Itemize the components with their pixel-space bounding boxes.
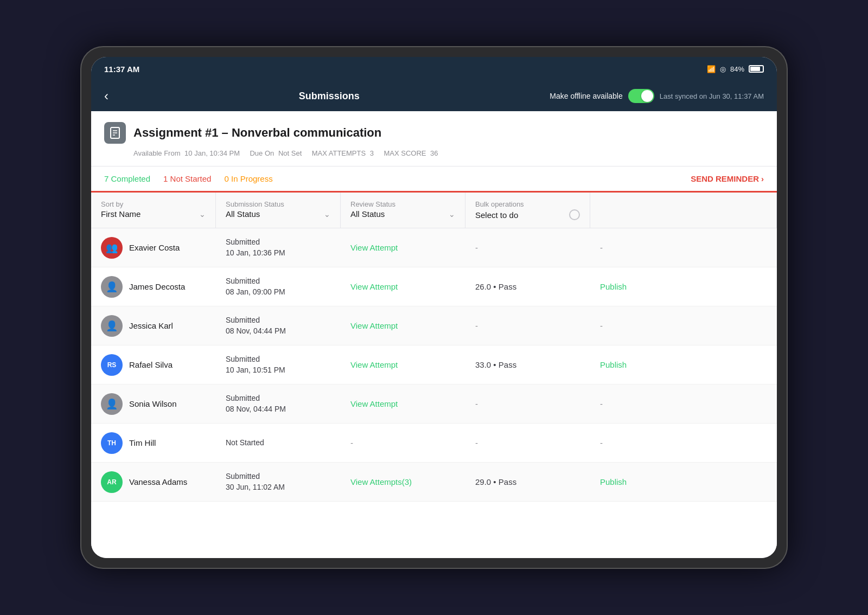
submission-status-value: All Status — [226, 209, 260, 219]
review-status: 33.0 • Pass — [475, 360, 516, 369]
avatar: TH — [101, 432, 123, 454]
empty-filter-cell — [590, 193, 777, 228]
table-row: 👤 Sonia Wilson Submitted 08 Nov, 04:44 P… — [91, 385, 777, 424]
view-attempt-button[interactable]: View Attempt — [350, 321, 398, 330]
publish-button[interactable]: Publish — [600, 477, 627, 486]
student-cell: 👥 Exavier Costa — [91, 229, 216, 266]
assignment-title: Assignment #1 – Nonverbal communication — [133, 126, 381, 140]
publish-cell: Publish — [590, 470, 777, 495]
offline-label: Make offline available — [550, 92, 622, 100]
view-attempt-button[interactable]: View Attempt — [350, 399, 398, 408]
assignment-meta: Available From 10 Jan, 10:34 PM Due On N… — [104, 149, 764, 157]
offline-section: Make offline available Last synced on Ju… — [550, 89, 764, 103]
bulk-ops-filter[interactable]: Bulk operations Select to do — [465, 193, 590, 228]
avatar: 👥 — [101, 237, 123, 259]
nav-title: Submissions — [117, 91, 541, 102]
view-attempt-button[interactable]: View Attempts(3) — [350, 477, 412, 486]
view-attempt-button[interactable]: View Attempt — [350, 243, 398, 252]
student-name: James Decosta — [129, 282, 185, 291]
view-attempt-cell: View Attempts(3) — [341, 470, 465, 495]
offline-toggle[interactable] — [628, 89, 654, 103]
table-row: 👤 Jessica Karl Submitted 08 Nov, 04:44 P… — [91, 306, 777, 345]
bulk-radio-button[interactable] — [569, 209, 580, 220]
table-row: 👥 Exavier Costa Submitted 10 Jan, 10:36 … — [91, 228, 777, 267]
student-name: Tim Hill — [129, 438, 156, 447]
table-row: 👤 James Decosta Submitted 08 Jan, 09:00 … — [91, 267, 777, 306]
student-cell: RS Rafael Silva — [91, 347, 216, 383]
due-on-value: Not Set — [278, 149, 302, 157]
sort-by-label: Sort by — [101, 200, 206, 208]
publish-cell: - — [590, 392, 777, 417]
avatar: 👤 — [101, 393, 123, 415]
send-reminder-button[interactable]: SEND REMINDER › — [691, 174, 764, 183]
student-cell: TH Tim Hill — [91, 425, 216, 462]
review-cell: 26.0 • Pass — [465, 274, 590, 299]
review-status: 29.0 • Pass — [475, 477, 516, 486]
publish-button[interactable]: Publish — [600, 360, 627, 369]
publish-cell: - — [590, 431, 777, 456]
view-attempt-cell: View Attempt — [341, 353, 465, 377]
assignment-icon — [104, 122, 126, 144]
publish-cell: - — [590, 235, 777, 260]
max-score-label: MAX SCORE — [384, 149, 426, 157]
device-frame: 11:37 AM 📶 ◎ 84% ‹ Submissions Make offl… — [81, 47, 787, 568]
due-on-label: Due On — [250, 149, 274, 157]
submission-status: Not Started — [226, 438, 331, 449]
review-status-filter[interactable]: Review Status All Status ⌄ — [341, 193, 465, 228]
table-row: AR Vanessa Adams Submitted 30 Jun, 11:02… — [91, 463, 777, 502]
table-row: TH Tim Hill Not Started - - - — [91, 424, 777, 463]
publish-button[interactable]: Publish — [600, 282, 627, 291]
available-from-label: Available From — [133, 149, 180, 157]
bulk-ops-label: Bulk operations — [475, 200, 580, 208]
sync-label: Last synced on Jun 30, 11:37 AM — [660, 92, 764, 100]
review-dash: - — [475, 438, 478, 447]
review-cell: 29.0 • Pass — [465, 470, 590, 495]
avatar: 👤 — [101, 276, 123, 298]
review-cell: 33.0 • Pass — [465, 353, 590, 377]
submission-status: Submitted 08 Jan, 09:00 PM — [226, 276, 331, 297]
sort-by-value: First Name — [101, 209, 141, 219]
review-status-value: All Status — [350, 209, 385, 219]
submission-cell: Submitted 08 Nov, 04:44 PM — [216, 386, 341, 422]
view-attempt-cell: View Attempt — [341, 235, 465, 260]
publish-cell: Publish — [590, 274, 777, 299]
sort-by-filter[interactable]: Sort by First Name ⌄ — [91, 193, 216, 228]
avatar: AR — [101, 471, 123, 493]
view-attempt-cell: View Attempt — [341, 274, 465, 299]
stats-row: 7 Completed 1 Not Started 0 In Progress … — [91, 166, 777, 193]
student-name: Exavier Costa — [129, 243, 180, 252]
view-attempt-cell: - — [341, 431, 465, 456]
submission-cell: Submitted 30 Jun, 11:02 AM — [216, 464, 341, 500]
view-attempt-button[interactable]: View Attempt — [350, 282, 398, 291]
device-screen: 11:37 AM 📶 ◎ 84% ‹ Submissions Make offl… — [91, 57, 777, 558]
submission-status: Submitted 30 Jun, 11:02 AM — [226, 471, 331, 492]
signal-icon: ◎ — [720, 65, 726, 73]
review-dash: - — [475, 321, 478, 330]
avatar: RS — [101, 354, 123, 376]
review-dash: - — [475, 243, 478, 252]
submission-status-filter[interactable]: Submission Status All Status ⌄ — [216, 193, 341, 228]
submission-cell: Not Started — [216, 430, 341, 456]
publish-dash: - — [600, 321, 603, 330]
review-dash: - — [475, 399, 478, 408]
submission-status: Submitted 10 Jan, 10:51 PM — [226, 354, 331, 375]
bulk-ops-value: Select to do — [475, 210, 518, 220]
view-attempt-button[interactable]: View Attempt — [350, 360, 398, 369]
student-cell: 👤 Sonia Wilson — [91, 386, 216, 422]
submission-cell: Submitted 10 Jan, 10:36 PM — [216, 229, 341, 266]
publish-dash: - — [600, 438, 603, 447]
publish-cell: Publish — [590, 353, 777, 377]
review-cell: - — [465, 235, 590, 260]
review-cell: - — [465, 313, 590, 338]
review-cell: - — [465, 392, 590, 417]
review-status-label: Review Status — [350, 200, 455, 208]
wifi-icon: 📶 — [707, 65, 716, 73]
battery-percent: 84% — [730, 65, 744, 73]
students-table: 👥 Exavier Costa Submitted 10 Jan, 10:36 … — [91, 228, 777, 558]
review-status: 26.0 • Pass — [475, 282, 516, 291]
student-cell: 👤 James Decosta — [91, 268, 216, 305]
submission-status: Submitted 08 Nov, 04:44 PM — [226, 393, 331, 414]
student-name: Rafael Silva — [129, 360, 173, 369]
back-button[interactable]: ‹ — [104, 89, 108, 102]
submission-cell: Submitted 08 Nov, 04:44 PM — [216, 308, 341, 344]
